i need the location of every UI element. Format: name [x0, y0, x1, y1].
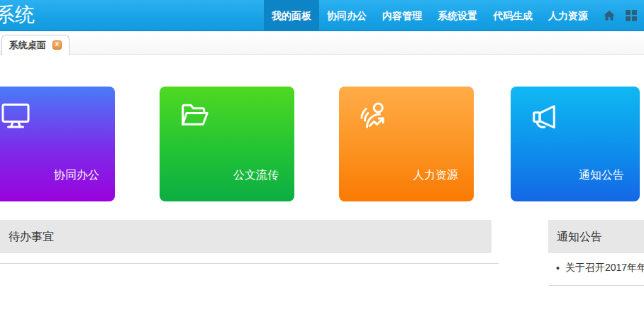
- nav-item-content-management[interactable]: 内容管理: [374, 0, 430, 31]
- notice-list-item[interactable]: • 关于召开2017年年: [556, 261, 644, 275]
- todo-panel-divider: [0, 263, 499, 264]
- megaphone-icon: [529, 99, 563, 136]
- nav-item-human-resources[interactable]: 人力资源: [540, 0, 596, 31]
- close-icon[interactable]: ×: [52, 40, 62, 50]
- notice-panel-divider: [549, 285, 644, 286]
- tile-label: 公文流传: [233, 168, 279, 183]
- tab-label: 系统桌面: [9, 39, 46, 52]
- tab-system-desktop[interactable]: 系统桌面 ×: [1, 35, 70, 55]
- notice-item-text: 关于召开2017年年: [565, 262, 644, 274]
- tile-label: 人力资源: [413, 168, 458, 183]
- folder-open-icon: [178, 99, 212, 136]
- app-title: 系统: [0, 0, 35, 31]
- top-header-bar: 系统 我的面板 协同办公 内容管理 系统设置 代码生成 人力资源: [0, 0, 644, 31]
- tile-collaborative-office[interactable]: 协同办公: [0, 87, 115, 201]
- notice-panel-header: 通知公告: [548, 220, 644, 253]
- top-nav: 我的面板 协同办公 内容管理 系统设置 代码生成 人力资源: [264, 0, 596, 31]
- monitor-icon: [0, 99, 33, 136]
- tab-bar: [0, 32, 644, 55]
- tile-human-resources[interactable]: 人力资源: [339, 87, 474, 201]
- nav-item-system-settings[interactable]: 系统设置: [430, 0, 485, 31]
- tile-notices[interactable]: 通知公告: [511, 87, 640, 201]
- person-growth-icon: [357, 99, 392, 136]
- nav-item-collaborative-office[interactable]: 协同办公: [319, 0, 374, 31]
- tile-label: 协同办公: [54, 168, 99, 183]
- home-icon[interactable]: [603, 9, 616, 22]
- topbar-icon-group: [603, 0, 637, 31]
- todo-panel-header: 待办事宜: [0, 220, 492, 253]
- grid-layout-icon[interactable]: [626, 10, 637, 21]
- tile-label: 通知公告: [579, 168, 624, 183]
- nav-item-code-generation[interactable]: 代码生成: [485, 0, 540, 31]
- nav-item-my-dashboard[interactable]: 我的面板: [264, 0, 319, 31]
- tile-document-flow[interactable]: 公文流传: [160, 87, 294, 201]
- bullet-icon: •: [556, 262, 560, 274]
